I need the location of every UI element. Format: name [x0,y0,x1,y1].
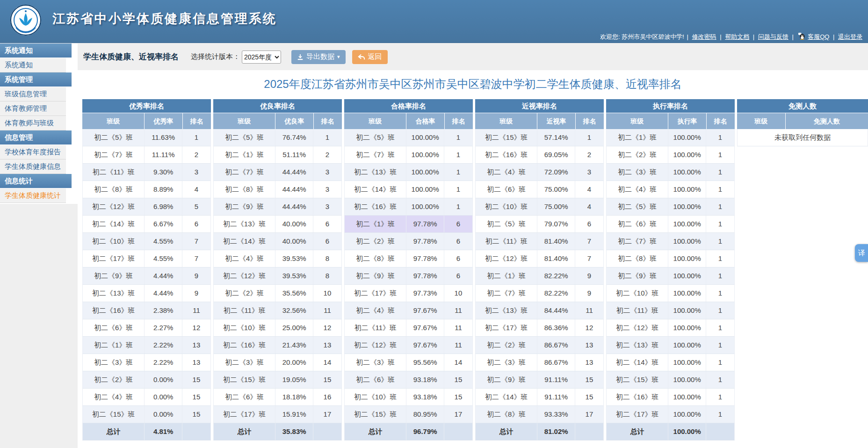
class-cell: 初二《1》班 [476,267,537,284]
value-cell: 97.67% [406,302,444,319]
table-title: 合格率排名 [344,99,473,113]
value-cell: 35.56% [275,285,313,302]
column-header: 排名 [576,113,604,129]
table-row: 初二《6》班93.18%15 [344,371,473,389]
rank-cell: 2 [575,146,603,163]
class-cell: 初二《15》班 [345,406,406,423]
table-row: 初二《14》班100.00%1 [606,354,735,371]
sidebar-item-pe-teacher-class[interactable]: 体育教师与班级 [0,116,66,130]
sidebar-item-student-health-info[interactable]: 学生体质健康信息 [0,159,66,174]
rank-cell: 13 [182,337,210,354]
rank-cell: 11 [444,319,472,336]
value-cell: 97.67% [406,337,444,354]
sidebar-item-school-annual-report[interactable]: 学校体育年度报告 [0,145,66,159]
sidebar-section-system-notice[interactable]: 系统通知 [0,43,72,58]
table-row: 初二《11》班81.40%7 [475,233,604,250]
sidebar-item-system-notice[interactable]: 系统通知 [0,58,66,72]
table-row: 初二《12》班81.40%7 [475,250,604,267]
rank-cell: 9 [182,285,210,302]
caret-down-icon: ▾ [337,54,340,60]
rank-cell: 6 [444,250,472,267]
class-cell: 初二《16》班 [83,302,145,319]
table-row: 初二《15》班80.95%17 [344,406,473,423]
class-cell: 初二《15》班 [607,371,668,388]
qq-service-link[interactable]: 客服QQ [808,33,829,40]
translate-tab[interactable]: 译 [855,244,868,262]
rank-cell: 13 [182,354,210,371]
sidebar-item-pe-teacher[interactable]: 体育教师管理 [0,101,66,116]
table-title: 优良率排名 [213,99,342,113]
table-row: 初二《5》班76.74%1 [213,129,342,146]
rank-cell: 15 [444,371,472,388]
sidebar-section-info-stats[interactable]: 信息统计 [0,174,72,188]
rank-cell: 11 [575,302,603,319]
rank-cell: 1 [706,129,734,146]
table-subheader: 班级合格率排名 [344,113,473,129]
class-cell: 初二《6》班 [607,216,668,232]
table-row: 初二《4》班100.00%1 [606,181,735,198]
change-password-link[interactable]: 修改密码 [692,33,716,40]
table-title: 优秀率排名 [82,99,211,113]
table-row: 初二《8》班93.33%17 [475,406,604,423]
export-data-button[interactable]: 导出数据 ▾ [291,50,346,64]
table-row: 初二《3》班20.00%14 [213,354,342,371]
table-row: 初二《8》班44.44%3 [213,181,342,198]
rank-cell: 1 [444,164,472,181]
version-select[interactable]: 2025年度 [242,51,281,64]
total-cell: 总计 [607,423,668,440]
sidebar-section-info-manage[interactable]: 信息管理 [0,130,72,145]
class-cell: 初二《10》班 [83,233,145,250]
table-row: 初二《15》班19.05%15 [213,371,342,389]
table-subheader: 班级免测人数 [737,113,868,129]
table-title: 近视率排名 [475,99,604,113]
table-row: 初二《17》班86.36%12 [475,319,604,337]
column-header: 班级 [737,113,786,129]
class-cell: 初二《9》班 [214,198,275,215]
value-cell: 2.22% [145,337,182,354]
total-row: 总计35.83% [213,423,342,441]
rank-cell: 1 [706,337,734,354]
ranking-table: 优良率排名班级优良率排名初二《5》班76.74%1初二《1》班51.11%2初二… [213,99,342,441]
value-cell: 86.36% [537,319,575,336]
class-cell: 初二《11》班 [214,302,275,319]
separator: | [720,33,721,40]
value-cell: 2.27% [145,319,182,336]
class-cell: 初二《3》班 [476,354,537,371]
value-cell: 18.18% [275,389,313,405]
class-cell: 初二《7》班 [607,233,668,250]
class-cell: 初二《5》班 [476,216,537,232]
main-content: 2025年度江苏省苏州市吴中区苏州市吴中区碧波中学初二学生体质健康、近视率排名 … [78,70,868,448]
table-row: 初二《4》班39.53%8 [213,250,342,267]
export-data-label: 导出数据 [306,52,334,61]
value-cell: 75.00% [537,181,575,198]
table-subheader: 班级优秀率排名 [82,113,211,129]
value-cell: 0.00% [145,406,182,423]
rank-cell: 15 [313,371,341,388]
help-doc-link[interactable]: 帮助文档 [725,33,749,40]
rank-cell: 13 [313,337,341,354]
rank-cell: 6 [182,216,210,232]
sidebar-item-student-health-stats[interactable]: 学生体质健康统计 [0,188,66,203]
table-title: 执行率排名 [606,99,735,113]
logout-link[interactable]: 退出登录 [838,33,862,40]
table-row: 初二《16》班21.43%13 [213,337,342,354]
rank-cell: 1 [706,181,734,198]
feedback-link[interactable]: 问题与反馈 [758,33,788,40]
value-cell: 25.00% [275,319,313,336]
rank-cell: 3 [182,164,210,181]
class-cell: 初二《9》班 [476,371,537,388]
rank-cell: 5 [182,198,210,215]
class-cell: 初二《11》班 [345,319,406,336]
value-cell: 4.44% [145,267,182,284]
back-button[interactable]: 返回 [352,50,388,64]
page-title: 学生体质健康、近视率排名 [83,51,179,62]
table-row: 初二《3》班95.56%14 [344,354,473,371]
column-header: 排名 [183,113,211,129]
value-cell: 100.00% [406,164,444,181]
class-cell: 初二《12》班 [83,198,145,215]
sidebar-item-class-info[interactable]: 班级信息管理 [0,87,66,101]
table-row: 初二《6》班100.00%1 [606,216,735,233]
sidebar-section-system-manage[interactable]: 系统管理 [0,72,72,87]
class-cell: 初二《2》班 [607,146,668,163]
class-cell: 初二《6》班 [214,389,275,405]
